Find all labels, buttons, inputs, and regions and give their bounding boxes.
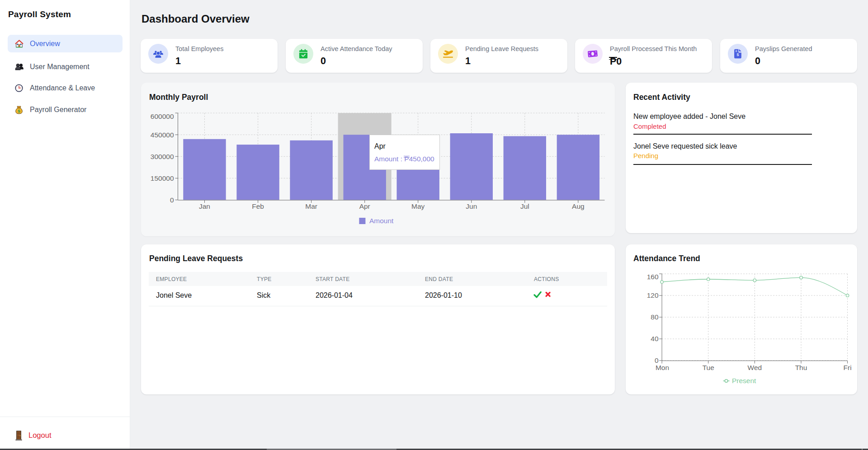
svg-text:80: 80	[651, 313, 659, 321]
svg-text:Fri: Fri	[844, 364, 852, 371]
svg-text:Amount: Amount	[369, 217, 394, 225]
svg-text:Thu: Thu	[795, 364, 807, 371]
svg-text:160: 160	[647, 273, 659, 281]
svg-text:Mon: Mon	[656, 364, 669, 371]
svg-text:Jul: Jul	[520, 202, 529, 210]
svg-text:$: $	[18, 108, 20, 113]
svg-text:600000: 600000	[151, 112, 174, 120]
svg-text:Feb: Feb	[252, 202, 264, 210]
svg-text:Mar: Mar	[305, 202, 317, 210]
svg-text:May: May	[411, 202, 425, 210]
svg-text:40: 40	[651, 335, 659, 342]
svg-text:300000: 300000	[151, 153, 174, 160]
svg-text:Jun: Jun	[466, 202, 477, 210]
svg-text:0: 0	[170, 196, 174, 204]
svg-text:120: 120	[647, 291, 659, 299]
svg-text:Aug: Aug	[572, 202, 585, 210]
svg-text:Wed: Wed	[748, 364, 762, 371]
svg-text:Tue: Tue	[703, 364, 714, 371]
svg-text:$: $	[736, 52, 739, 57]
svg-text:Present: Present	[732, 377, 756, 384]
svg-text:450000: 450000	[151, 131, 174, 139]
svg-text:Jan: Jan	[199, 202, 210, 210]
svg-text:150000: 150000	[151, 174, 174, 182]
svg-text:Apr: Apr	[359, 202, 370, 210]
